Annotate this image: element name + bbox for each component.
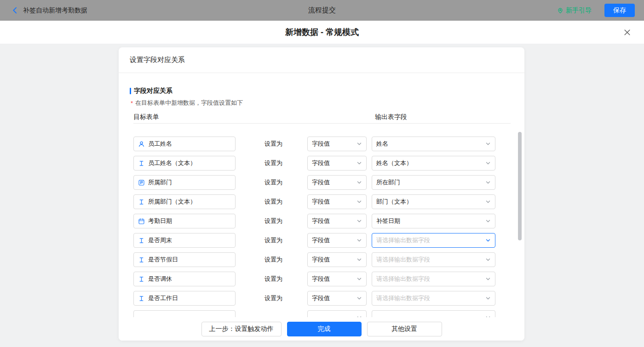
value-type-select[interactable]: 字段值 — [307, 272, 367, 286]
set-as-label: 设置为 — [264, 198, 283, 206]
target-field-label: 是否节假日 — [148, 256, 178, 264]
section-note-text: 在目标表单中新增数据，字段值设置如下 — [135, 99, 243, 107]
output-field-value: 部门（文本） — [376, 198, 412, 206]
chevron-down-icon — [356, 141, 362, 147]
value-type-selected: 字段值 — [312, 294, 330, 302]
target-field-label: 是否周末 — [148, 236, 172, 245]
output-field-select[interactable]: 请选择输出数据字段 — [372, 291, 495, 306]
target-field-label: 是否工作日 — [148, 294, 178, 302]
section-note: * 在目标表单中新增数据，字段值设置如下 — [131, 99, 243, 107]
text-icon — [138, 295, 145, 302]
value-type-select[interactable]: 字段值 — [307, 156, 367, 171]
chevron-down-icon — [485, 276, 491, 282]
column-header-output-field: 输出表字段 — [375, 113, 407, 121]
field-mapping-row: 所属部门 设置为 字段值 所在部门 — [133, 175, 524, 190]
chevron-down-icon — [485, 257, 491, 262]
text-icon — [138, 199, 145, 205]
topbar: 补签自动新增考勤数据 流程提交 新手引导 保存 — [0, 0, 644, 21]
chevron-down-icon — [356, 180, 362, 185]
value-type-select[interactable]: 字段值 — [307, 291, 367, 306]
value-type-selected: 字段值 — [312, 198, 330, 206]
value-type-selected: 字段值 — [312, 159, 330, 167]
output-field-value: 姓名（文本） — [376, 159, 412, 167]
target-field-box: 所属部门 — [133, 175, 236, 190]
chevron-down-icon — [485, 141, 491, 147]
output-field-select[interactable]: 姓名（文本） — [372, 156, 495, 171]
card-header-title: 设置字段对应关系 — [119, 47, 524, 73]
section-accent-bar — [130, 88, 131, 94]
value-type-selected: 字段值 — [312, 178, 330, 187]
value-type-selected: 字段值 — [312, 275, 330, 283]
output-field-value: 请选择输出数据字段 — [376, 236, 430, 245]
value-type-select[interactable]: 字段值 — [307, 214, 367, 228]
done-button[interactable]: 完成 — [287, 322, 362, 336]
set-as-label: 设置为 — [264, 217, 283, 225]
target-field-label: 考勤日期 — [148, 217, 172, 225]
section-title: 字段对应关系 — [130, 87, 172, 95]
set-as-label: 设置为 — [264, 159, 283, 167]
required-asterisk: * — [131, 100, 133, 107]
set-as-label: 设置为 — [264, 178, 283, 187]
target-field-label: 员工姓名（文本） — [148, 159, 196, 167]
target-field-box: 考勤日期 — [133, 214, 236, 228]
field-mapping-rows: 员工姓名 设置为 字段值 姓名 员工姓名（文本） 设置为 字段值 姓名（文本） — [119, 130, 524, 317]
target-field-box: 所属部门（文本） — [133, 194, 236, 209]
beginner-guide-label: 新手引导 — [566, 6, 592, 15]
value-type-select[interactable]: 字段值 — [307, 137, 367, 151]
output-field-select[interactable]: 请选择输出数据字段 — [372, 272, 495, 286]
target-field-box: 员工姓名（文本） — [133, 156, 236, 171]
person-icon — [138, 141, 145, 148]
modal-body: 设置字段对应关系 字段对应关系 * 在目标表单中新增数据，字段值设置如下 目标表… — [0, 44, 644, 347]
prev-step-button[interactable]: 上一步：设置触发动作 — [201, 322, 282, 336]
department-icon — [138, 179, 145, 186]
set-as-label: 设置为 — [264, 140, 283, 148]
output-field-value: 所在部门 — [376, 178, 400, 187]
target-field-label: 所属部门 — [148, 178, 172, 187]
text-icon — [138, 237, 145, 244]
chevron-down-icon — [356, 199, 362, 205]
output-field-select[interactable]: 所在部门 — [372, 175, 495, 190]
output-field-value: 请选择输出数据字段 — [376, 275, 430, 283]
output-field-select[interactable]: 补签日期 — [372, 214, 495, 228]
chevron-down-icon — [485, 160, 491, 166]
modal-title: 新增数据 - 常规模式 — [285, 27, 359, 38]
section-title-label: 字段对应关系 — [134, 87, 172, 95]
output-field-value: 姓名 — [376, 140, 388, 148]
target-field-label: 是否调休 — [148, 275, 172, 283]
card-footer: 上一步：设置触发动作 完成 其他设置 — [119, 317, 524, 341]
output-field-select[interactable]: 请选择输出数据字段 — [372, 233, 495, 248]
close-icon[interactable] — [622, 27, 632, 37]
location-pin-icon — [557, 7, 564, 14]
process-submit-title: 流程提交 — [0, 0, 644, 21]
target-field-box: 员工姓名 — [133, 137, 236, 151]
target-field-box: 是否周末 — [133, 233, 236, 248]
target-field-label: 所属部门（文本） — [148, 198, 196, 206]
output-field-select[interactable]: 部门（文本） — [372, 194, 495, 209]
chevron-down-icon — [485, 180, 491, 185]
text-icon — [138, 160, 145, 167]
scrollbar-thumb[interactable] — [518, 132, 522, 240]
value-type-select[interactable]: 字段值 — [307, 175, 367, 190]
chevron-down-icon — [485, 199, 491, 205]
calendar-icon — [138, 218, 145, 225]
field-mapping-row: 考勤日期 设置为 字段值 补签日期 — [133, 214, 524, 228]
other-settings-button[interactable]: 其他设置 — [367, 322, 442, 336]
chevron-down-icon — [485, 296, 491, 301]
value-type-select[interactable] — [307, 310, 367, 317]
output-field-select[interactable]: 姓名 — [372, 137, 495, 151]
chevron-down-icon — [356, 296, 362, 301]
output-field-select[interactable] — [372, 310, 495, 317]
field-mapping-row: 所属部门（文本） 设置为 字段值 部门（文本） — [133, 194, 524, 209]
set-as-label: 设置为 — [264, 256, 283, 264]
save-button[interactable]: 保存 — [604, 4, 635, 17]
beginner-guide-link[interactable]: 新手引导 — [557, 6, 592, 15]
field-mapping-row: 员工姓名 设置为 字段值 姓名 — [133, 137, 524, 151]
modal-header: 新增数据 - 常规模式 — [0, 21, 644, 44]
column-header-target-form: 目标表单 — [133, 113, 159, 121]
column-header-divider — [133, 123, 511, 124]
value-type-select[interactable]: 字段值 — [307, 233, 367, 248]
value-type-select[interactable]: 字段值 — [307, 194, 367, 209]
text-icon — [138, 276, 145, 283]
output-field-select[interactable]: 请选择输出数据字段 — [372, 252, 495, 267]
value-type-select[interactable]: 字段值 — [307, 252, 367, 267]
